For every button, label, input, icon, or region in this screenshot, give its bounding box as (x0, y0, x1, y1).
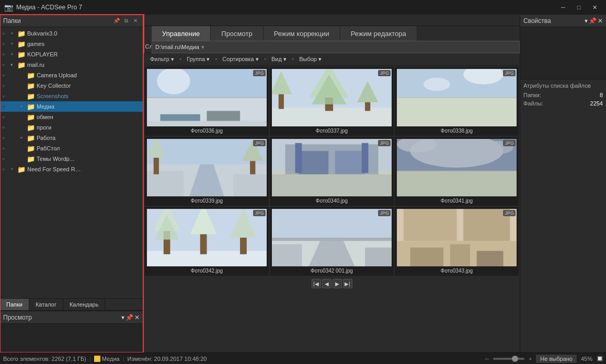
folder-tab-calendar[interactable]: Календарь (63, 299, 106, 310)
heart-1: ♥ (2, 41, 5, 47)
expander-2[interactable]: + (8, 52, 16, 57)
tree-item-12[interactable]: ♥ 📁 Темы Wordp... (0, 154, 143, 164)
props-pin-button[interactable]: 📌 (589, 17, 597, 25)
thumbnail-0[interactable]: JPG Фото0336.jpg (145, 67, 269, 136)
svg-rect-38 (272, 174, 392, 196)
props-files-label: Файлы: (523, 100, 543, 107)
thumb-image-3 (147, 139, 267, 196)
group-button[interactable]: Группа ▾ (184, 55, 213, 64)
tree-item-13[interactable]: ♥ + 📁 Need For Speed R… (0, 164, 143, 174)
expander-1[interactable]: + (8, 41, 16, 46)
zoom-thumb (512, 356, 518, 362)
expander-0[interactable]: + (8, 31, 16, 36)
heart-0: ♥ (2, 31, 5, 37)
thumbnail-4[interactable]: JPG Фото0340.jpg (270, 137, 394, 206)
nav-last-button[interactable]: ▶| (343, 279, 352, 288)
expander-3[interactable]: ▾ (8, 62, 16, 67)
minimize-button[interactable]: ─ (556, 0, 570, 15)
thumb-image-5 (397, 139, 517, 196)
props-close-button[interactable]: ✕ (598, 17, 603, 25)
folder-tab-catalog[interactable]: Каталог (29, 299, 63, 310)
status-right: ─ + Не выбрано 45% 🔲 (485, 355, 603, 363)
tree-item-8[interactable]: ♥ 📁 обмен (0, 112, 143, 122)
svg-rect-66 (450, 244, 470, 266)
thumbnail-8[interactable]: JPG Фото0343.jpg (395, 207, 519, 276)
preview-panel: Просмотр ▾ 📌 ✕ (0, 311, 143, 353)
properties-preview (520, 27, 606, 79)
svg-rect-57 (272, 244, 302, 266)
tab-view[interactable]: Просмотр (211, 26, 263, 41)
folders-pin-button[interactable]: 📌 (112, 17, 121, 25)
tree-item-5[interactable]: ♥ 📁 Key Collector (0, 80, 143, 91)
folder-icon-1: 📁 (17, 40, 26, 48)
main-content: Фильтр ▾ • Группа ▾ • Сортировка ▾ • Вид… (144, 53, 520, 353)
svg-point-20 (424, 78, 450, 91)
tree-item-6[interactable]: ♥ 📁 Screenshots (0, 91, 143, 101)
thumbnail-5[interactable]: JPG Фото0341.jpg (395, 137, 519, 206)
expander-7[interactable]: + (18, 104, 25, 109)
close-button[interactable]: ✕ (587, 0, 602, 15)
heart-9: ♥ (2, 125, 5, 131)
properties-section: Атрибуты списка файлов Папки: 8 Файлы: 2… (520, 79, 606, 112)
preview-pin-button[interactable]: ▾ (121, 314, 124, 321)
status-plus-icon[interactable]: + (529, 356, 532, 362)
heart-5: ♥ (2, 83, 5, 89)
folder-tab-folders[interactable]: Папки (0, 299, 29, 310)
tab-editor[interactable]: Режим редактора (340, 26, 417, 41)
path-bar[interactable]: D:\mail.ru\Медиа ▾ (152, 41, 520, 53)
props-folders-row: Папки: 8 (523, 92, 603, 98)
svg-rect-26 (233, 174, 267, 196)
tab-manage[interactable]: Управление (152, 26, 211, 41)
filter-button[interactable]: Фильтр ▾ (147, 55, 177, 64)
sort-button[interactable]: Сортировка ▾ (219, 55, 261, 64)
tree-item-3[interactable]: ♥ ▾ 📁 mail.ru (0, 60, 143, 70)
preview-header: Просмотр ▾ 📌 ✕ (0, 311, 143, 324)
props-dropdown-button[interactable]: ▾ (585, 17, 588, 25)
zoom-slider[interactable] (493, 358, 524, 360)
thumb-badge-0: JPG (253, 70, 266, 76)
status-minus-icon[interactable]: ─ (485, 356, 489, 362)
props-header-actions: ▾ 📌 ✕ (585, 17, 603, 25)
nav-prev-button[interactable]: ◀ (322, 279, 331, 288)
thumbnail-6[interactable]: JPG Фото0342.jpg (145, 207, 269, 276)
thumb-badge-2: JPG (503, 70, 516, 76)
status-total: Всего элементов: 2262 (7,1 ГБ) (3, 356, 86, 362)
select-button[interactable]: Выбор ▾ (296, 55, 325, 64)
thumbnail-2[interactable]: JPG Фото0338.jpg (395, 67, 519, 136)
thumbnail-7[interactable]: JPG Фото0342 001.jpg (270, 207, 394, 276)
titlebar: 📷 Медиа - ACDSee Pro 7 ─ □ ✕ (0, 0, 606, 15)
nav-first-button[interactable]: |◀ (312, 279, 321, 288)
preview-float-button[interactable]: 📌 (125, 314, 133, 321)
svg-rect-17 (397, 98, 517, 126)
folder-icon-13: 📁 (17, 166, 26, 173)
folder-label-10: Работа (37, 135, 55, 141)
tab-correction[interactable]: Режим коррекции (264, 26, 340, 41)
folder-label-12: Темы Wordp... (37, 156, 74, 162)
folders-float-button[interactable]: ⧉ (122, 17, 130, 25)
tree-item-10[interactable]: ♥ + 📁 Работа (0, 133, 143, 143)
folder-label-1: games (27, 41, 44, 47)
nav-next-button[interactable]: ▶ (333, 279, 342, 288)
svg-rect-62 (404, 209, 457, 241)
tree-item-7[interactable]: ♥ + 📁 Медиа (0, 101, 143, 112)
folder-icon-3: 📁 (17, 61, 26, 69)
tree-item-11[interactable]: ♥ 📁 РабСтол (0, 143, 143, 154)
folder-label-13: Need For Speed R… (27, 166, 81, 172)
maximize-button[interactable]: □ (571, 0, 586, 15)
tree-item-1[interactable]: ♥ + 📁 games (0, 39, 143, 49)
preview-close-button[interactable]: ✕ (134, 314, 140, 321)
thumb-label-8: Фото0343.jpg (441, 268, 473, 274)
view-button[interactable]: Вид ▾ (268, 55, 290, 64)
status-changed: Изменён: 20.09.2017 10:48:20 (128, 356, 207, 362)
svg-rect-37 (362, 143, 369, 173)
tree-item-4[interactable]: ♥ 📁 Camera Upload (0, 70, 143, 80)
tree-item-2[interactable]: ♥ + 📁 KOPLAYER (0, 49, 143, 60)
thumbnail-3[interactable]: JPG Фото0339.jpg (145, 137, 269, 206)
tree-item-9[interactable]: ♥ 📁 проги (0, 122, 143, 133)
expander-10[interactable]: + (18, 135, 25, 140)
thumbnail-1[interactable]: JPG Фото0337.jpg (270, 67, 394, 136)
folders-close-button[interactable]: ✕ (131, 17, 140, 25)
svg-point-6 (157, 69, 190, 95)
expander-13[interactable]: + (8, 167, 16, 172)
tree-item-0[interactable]: ♥ + 📁 Bukvarix3.0 (0, 28, 143, 39)
